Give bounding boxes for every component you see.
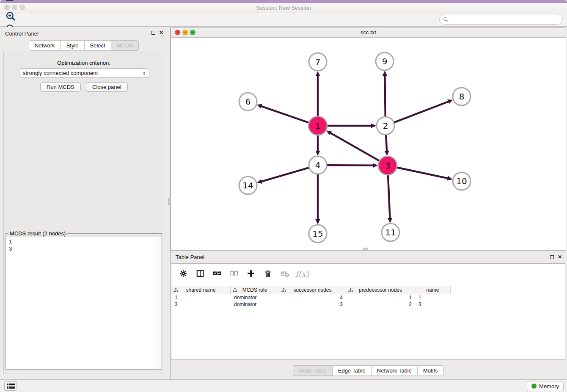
node-table: shared nameMCDS rolesuccessor nodesprede… xyxy=(171,286,565,359)
edge-2-9[interactable] xyxy=(383,71,387,116)
column-tree-icon xyxy=(281,288,286,293)
select-all-columns-button[interactable] xyxy=(211,268,224,280)
node-table-container: f(x) shared nameMCDS rolesuccessor nodes… xyxy=(171,263,565,360)
node-2[interactable]: 2 xyxy=(377,117,394,135)
edge-1-7[interactable] xyxy=(315,71,320,116)
float-panel-icon[interactable] xyxy=(151,31,155,35)
column-header-predecessor-nodes[interactable]: predecessor nodes xyxy=(346,286,415,294)
float-table-panel-icon[interactable] xyxy=(550,255,554,259)
select-all-columns-icon xyxy=(213,269,222,279)
edge-3-10[interactable] xyxy=(397,168,453,181)
cell-predecessor-nodes[interactable]: 2 xyxy=(346,301,415,308)
cell-MCDS-role[interactable]: dominator xyxy=(231,301,279,308)
mcds-result-line: 1 xyxy=(9,238,161,245)
tab-mcds[interactable]: MCDS xyxy=(111,40,139,51)
svg-text:15: 15 xyxy=(312,229,323,239)
node-9[interactable]: 9 xyxy=(376,52,394,70)
edge-3-11[interactable] xyxy=(388,175,392,223)
table-row[interactable]: 3dominator323 xyxy=(171,301,565,308)
column-header-name[interactable]: name xyxy=(415,286,451,294)
table-panel-title: Table Panel xyxy=(176,254,204,260)
tab-edge-table[interactable]: Edge Table xyxy=(332,365,371,376)
node-10[interactable]: 10 xyxy=(453,172,471,190)
zoom-in-button[interactable] xyxy=(3,10,18,23)
cell-successor-nodes[interactable]: 3 xyxy=(279,301,346,308)
network-window-titlebar[interactable]: ✕ − + scc.txt xyxy=(171,28,566,38)
create-column-icon xyxy=(247,269,256,279)
column-tree-icon xyxy=(173,288,178,293)
create-column-button[interactable] xyxy=(245,268,258,280)
edge-4-14[interactable] xyxy=(257,168,309,184)
tab-network[interactable]: Network xyxy=(29,40,61,51)
cell-name[interactable]: 1 xyxy=(415,294,451,301)
table-options-icon xyxy=(179,269,188,279)
tab-select[interactable]: Select xyxy=(84,40,111,51)
network-window-title: scc.txt xyxy=(171,29,566,36)
cell-shared-name[interactable]: 3 xyxy=(171,301,231,308)
mcds-result-text[interactable]: 13 xyxy=(6,237,161,369)
node-4[interactable]: 4 xyxy=(309,156,327,174)
column-header-shared-name[interactable]: shared name xyxy=(171,286,231,294)
window-accent-strip xyxy=(0,0,567,3)
edge-4-15[interactable] xyxy=(315,174,320,224)
cell-predecessor-nodes[interactable]: 1 xyxy=(346,294,415,301)
tab-style[interactable]: Style xyxy=(61,40,84,51)
tab-motifs[interactable]: Motifs xyxy=(417,365,444,376)
close-panel-icon[interactable]: ✕ xyxy=(159,30,163,35)
table-options-button[interactable] xyxy=(177,268,190,280)
column-header-successor-nodes[interactable]: successor nodes xyxy=(279,286,346,294)
control-panel: Control Panel ✕ NetworkStyleSelectMCDS O… xyxy=(0,27,168,379)
close-panel-button[interactable]: Close panel xyxy=(86,82,128,92)
delete-table-icon xyxy=(281,269,290,279)
node-3[interactable]: 3 xyxy=(378,156,397,175)
column-label: successor nodes xyxy=(293,287,331,293)
search-box[interactable] xyxy=(439,14,563,25)
toggle-panel-button[interactable] xyxy=(194,268,207,280)
optimization-criterion-label: Optimization criterion: xyxy=(4,60,164,66)
search-input[interactable] xyxy=(451,15,562,24)
horizontal-splitter-grip[interactable] xyxy=(363,248,368,251)
cell-shared-name[interactable]: 1 xyxy=(171,294,231,301)
delete-column-button[interactable] xyxy=(262,268,275,280)
node-8[interactable]: 8 xyxy=(453,88,471,105)
memory-button[interactable]: Memory xyxy=(527,381,564,391)
table-row[interactable]: 1dominator411 xyxy=(171,294,565,301)
node-7[interactable]: 7 xyxy=(309,53,327,71)
close-table-panel-icon[interactable]: ✕ xyxy=(558,254,562,259)
window-title: Session: New Session xyxy=(0,5,567,11)
mcds-result-scrollbar[interactable] xyxy=(156,237,161,369)
edge-4-3[interactable] xyxy=(327,163,378,168)
select-stepper-icon: ▲▼ xyxy=(143,71,146,75)
node-14[interactable]: 14 xyxy=(239,177,257,194)
criterion-select[interactable]: strongly connected component ▲▼ xyxy=(19,68,149,78)
cell-MCDS-role[interactable]: dominator xyxy=(231,294,279,301)
svg-text:3: 3 xyxy=(385,160,391,171)
svg-text:9: 9 xyxy=(382,56,388,66)
node-6[interactable]: 6 xyxy=(239,93,257,110)
edge-2-8[interactable] xyxy=(394,99,453,122)
node-11[interactable]: 11 xyxy=(382,224,399,241)
cell-name[interactable]: 3 xyxy=(415,301,451,308)
node-15[interactable]: 15 xyxy=(309,225,327,243)
edge-1-6[interactable] xyxy=(257,104,308,123)
memory-label: Memory xyxy=(539,383,559,389)
edge-2-3[interactable] xyxy=(385,135,389,156)
column-header-MCDS-role[interactable]: MCDS role xyxy=(231,286,279,294)
tab-node-table[interactable]: Node Table xyxy=(293,365,332,376)
unselect-all-columns-button[interactable] xyxy=(228,268,241,280)
network-canvas[interactable]: 7968124314101511 xyxy=(171,38,566,250)
export-image-button[interactable] xyxy=(3,0,18,4)
edge-1-2[interactable] xyxy=(328,123,376,128)
node-1[interactable]: 1 xyxy=(308,116,327,135)
mcds-result-group: MCDS result (2 nodes) 13 xyxy=(6,233,162,370)
edge-1-4[interactable] xyxy=(315,135,320,156)
column-tree-icon xyxy=(233,288,237,293)
svg-text:2: 2 xyxy=(383,121,388,131)
mcds-tab-content: Optimization criterion: strongly connect… xyxy=(3,51,164,374)
cell-successor-nodes[interactable]: 4 xyxy=(279,294,346,301)
toolbar-separator xyxy=(6,4,7,10)
task-history-button[interactable] xyxy=(4,381,17,391)
edge-3-1[interactable] xyxy=(326,130,379,160)
tab-network-table[interactable]: Network Table xyxy=(371,365,417,376)
run-mcds-button[interactable]: Run MCDS xyxy=(40,82,81,92)
